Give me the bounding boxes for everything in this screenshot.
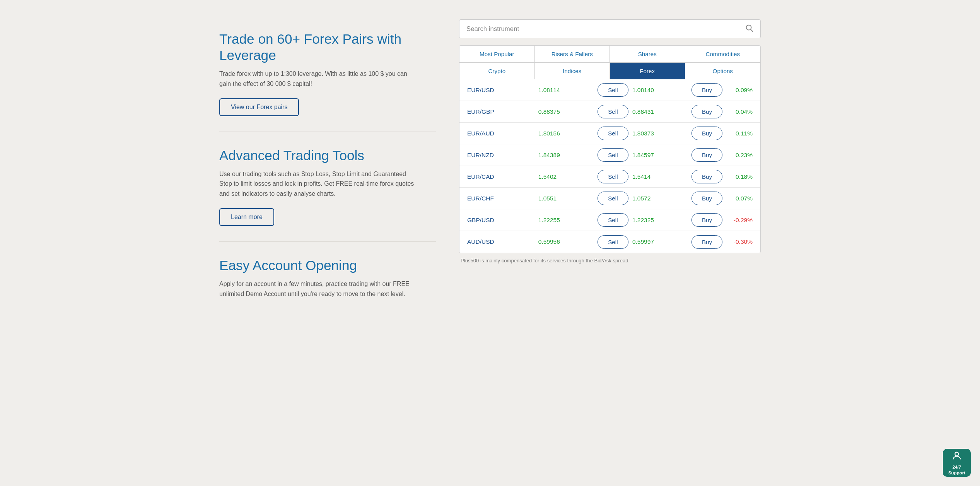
- change-value: 0.11%: [724, 127, 755, 140]
- change-value: -0.29%: [724, 214, 755, 227]
- table-row: GBP/USD 1.22255 Sell 1.22325 Buy -0.29%: [459, 209, 760, 231]
- sell-price: 1.80156: [536, 127, 595, 140]
- sell-button[interactable]: Sell: [598, 83, 628, 97]
- search-input[interactable]: [466, 25, 745, 33]
- tab-shares[interactable]: Shares: [610, 46, 685, 62]
- buy-button[interactable]: Buy: [691, 192, 722, 205]
- buy-button-cell: Buy: [689, 80, 724, 100]
- instrument-name: GBP/USD: [465, 214, 536, 227]
- tab-crypto[interactable]: Crypto: [459, 63, 535, 79]
- table-row: EUR/NZD 1.84389 Sell 1.84597 Buy 0.23%: [459, 144, 760, 166]
- change-value: 0.04%: [724, 105, 755, 118]
- support-label: 24/7: [953, 465, 961, 469]
- sell-price: 1.84389: [536, 149, 595, 162]
- instrument-name: EUR/AUD: [465, 127, 536, 140]
- sell-button-cell: Sell: [595, 188, 630, 208]
- tabs-row-2: CryptoIndicesForexOptions: [459, 63, 760, 79]
- search-bar: [459, 19, 761, 38]
- sell-price: 1.0551: [536, 192, 595, 205]
- view-forex-pairs-button[interactable]: View our Forex pairs: [219, 98, 299, 116]
- right-panel: Most PopularRisers & FallersSharesCommod…: [459, 15, 761, 323]
- buy-button[interactable]: Buy: [691, 170, 722, 183]
- tab-options[interactable]: Options: [685, 63, 761, 79]
- section-forex-title: Trade on 60+ Forex Pairs with Leverage: [219, 31, 436, 63]
- tab-forex[interactable]: Forex: [610, 63, 685, 79]
- section-forex-desc: Trade forex with up to 1:300 leverage. W…: [219, 69, 420, 89]
- buy-button[interactable]: Buy: [691, 127, 722, 140]
- tabs-row-1: Most PopularRisers & FallersSharesCommod…: [459, 46, 760, 63]
- buy-price: 1.84597: [630, 149, 689, 162]
- table-row: EUR/CAD 1.5402 Sell 1.5414 Buy 0.18%: [459, 166, 760, 188]
- sell-price: 1.5402: [536, 170, 595, 183]
- sell-button[interactable]: Sell: [598, 105, 628, 118]
- sell-button[interactable]: Sell: [598, 235, 628, 249]
- sell-price: 0.88375: [536, 105, 595, 118]
- buy-price: 1.80373: [630, 127, 689, 140]
- tab-most-popular[interactable]: Most Popular: [459, 46, 535, 62]
- buy-price: 0.88431: [630, 105, 689, 118]
- section-account-desc: Apply for an account in a few minutes, p…: [219, 279, 420, 299]
- sell-button[interactable]: Sell: [598, 148, 628, 162]
- sell-button-cell: Sell: [595, 145, 630, 165]
- table-row: EUR/CHF 1.0551 Sell 1.0572 Buy 0.07%: [459, 188, 760, 209]
- learn-more-button[interactable]: Learn more: [219, 208, 274, 226]
- buy-button[interactable]: Buy: [691, 105, 722, 118]
- disclaimer: Plus500 is mainly compensated for its se…: [459, 253, 761, 264]
- change-value: 0.18%: [724, 170, 755, 183]
- section-forex: Trade on 60+ Forex Pairs with Leverage T…: [219, 15, 436, 132]
- sell-button[interactable]: Sell: [598, 192, 628, 205]
- tab-indices[interactable]: Indices: [535, 63, 610, 79]
- tabs-container: Most PopularRisers & FallersSharesCommod…: [459, 45, 761, 253]
- instrument-name: EUR/USD: [465, 84, 536, 97]
- tab-commodities[interactable]: Commodities: [685, 46, 761, 62]
- change-value: 0.07%: [724, 192, 755, 205]
- table-row: EUR/GBP 0.88375 Sell 0.88431 Buy 0.04%: [459, 101, 760, 123]
- sell-button-cell: Sell: [595, 167, 630, 187]
- section-account-title: Easy Account Opening: [219, 257, 436, 274]
- buy-button-cell: Buy: [689, 167, 724, 187]
- sell-button-cell: Sell: [595, 102, 630, 122]
- svg-point-2: [955, 452, 958, 456]
- section-account: Easy Account Opening Apply for an accoun…: [219, 242, 436, 323]
- forex-table: EUR/USD 1.08114 Sell 1.08140 Buy 0.09% E…: [459, 79, 760, 253]
- change-value: -0.30%: [724, 235, 755, 248]
- buy-button-cell: Buy: [689, 145, 724, 165]
- section-tools-desc: Use our trading tools such as Stop Loss,…: [219, 169, 420, 199]
- buy-button-cell: Buy: [689, 123, 724, 143]
- support-icon: [951, 450, 962, 464]
- left-panel: Trade on 60+ Forex Pairs with Leverage T…: [219, 15, 436, 323]
- sell-button-cell: Sell: [595, 210, 630, 230]
- tab-risers---fallers[interactable]: Risers & Fallers: [535, 46, 610, 62]
- buy-price: 0.59997: [630, 235, 689, 248]
- sell-price: 1.08114: [536, 84, 595, 97]
- buy-button-cell: Buy: [689, 210, 724, 230]
- sell-button-cell: Sell: [595, 123, 630, 143]
- page-container: Trade on 60+ Forex Pairs with Leverage T…: [219, 15, 761, 323]
- buy-button-cell: Buy: [689, 102, 724, 122]
- buy-button[interactable]: Buy: [691, 83, 722, 97]
- instrument-name: EUR/CHF: [465, 192, 536, 205]
- sell-button-cell: Sell: [595, 232, 630, 252]
- instrument-name: AUD/USD: [465, 235, 536, 248]
- buy-price: 1.08140: [630, 84, 689, 97]
- sell-price: 1.22255: [536, 214, 595, 227]
- section-tools-title: Advanced Trading Tools: [219, 147, 436, 164]
- change-value: 0.23%: [724, 149, 755, 162]
- change-value: 0.09%: [724, 84, 755, 97]
- table-row: EUR/USD 1.08114 Sell 1.08140 Buy 0.09%: [459, 79, 760, 101]
- sell-button-cell: Sell: [595, 80, 630, 100]
- buy-button[interactable]: Buy: [691, 235, 722, 249]
- table-row: EUR/AUD 1.80156 Sell 1.80373 Buy 0.11%: [459, 123, 760, 144]
- section-tools: Advanced Trading Tools Use our trading t…: [219, 132, 436, 241]
- sell-button[interactable]: Sell: [598, 127, 628, 140]
- sell-button[interactable]: Sell: [598, 213, 628, 227]
- buy-button[interactable]: Buy: [691, 213, 722, 227]
- sell-price: 0.59956: [536, 235, 595, 248]
- buy-button[interactable]: Buy: [691, 148, 722, 162]
- buy-price: 1.22325: [630, 214, 689, 227]
- instrument-name: EUR/GBP: [465, 105, 536, 118]
- support-button[interactable]: 24/7 Support: [943, 449, 971, 477]
- sell-button[interactable]: Sell: [598, 170, 628, 183]
- buy-button-cell: Buy: [689, 232, 724, 252]
- buy-price: 1.0572: [630, 192, 689, 205]
